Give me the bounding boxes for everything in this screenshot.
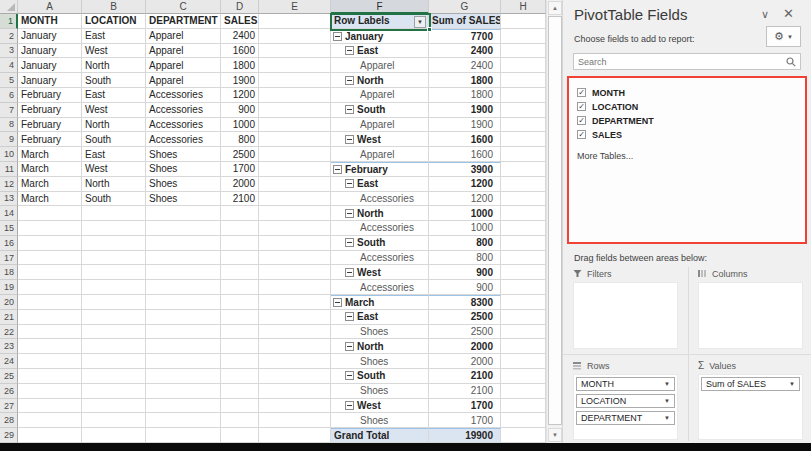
cell-D9[interactable]: 800: [221, 132, 259, 147]
cell-C17[interactable]: [146, 251, 221, 266]
cell-F25[interactable]: South: [331, 369, 429, 384]
columns-dropzone[interactable]: [698, 282, 803, 349]
cell-H15[interactable]: [501, 221, 546, 236]
cell-A25[interactable]: [18, 369, 82, 384]
cell-C24[interactable]: [146, 354, 221, 369]
cell-E4[interactable]: [259, 58, 331, 73]
cell-E5[interactable]: [259, 73, 331, 88]
cell-G26[interactable]: 2100: [429, 384, 501, 399]
search-input[interactable]: [574, 57, 786, 67]
row-header-29[interactable]: 29: [0, 428, 18, 443]
cell-B3[interactable]: West: [82, 44, 146, 59]
cell-G21[interactable]: 2500: [429, 310, 501, 325]
cell-A7[interactable]: February: [18, 103, 82, 118]
cell-D27[interactable]: [221, 399, 259, 414]
cell-H29[interactable]: [501, 428, 546, 443]
cell-D1[interactable]: SALES: [221, 14, 259, 29]
collapse-icon[interactable]: [333, 32, 342, 41]
cell-F6[interactable]: Apparel: [331, 88, 429, 103]
cell-C9[interactable]: Accessories: [146, 132, 221, 147]
scroll-up-icon[interactable]: ▲: [548, 1, 562, 15]
row-header-14[interactable]: 14: [0, 206, 18, 221]
row-header-13[interactable]: 13: [0, 192, 18, 207]
cell-E26[interactable]: [259, 384, 331, 399]
checkbox-checked-icon[interactable]: ✓: [577, 102, 586, 111]
cell-D16[interactable]: [221, 236, 259, 251]
cell-H13[interactable]: [501, 192, 546, 207]
cell-H22[interactable]: [501, 325, 546, 340]
cell-B23[interactable]: [82, 339, 146, 354]
cell-C13[interactable]: Shoes: [146, 192, 221, 207]
column-header-F[interactable]: F: [331, 0, 429, 14]
pill-month[interactable]: MONTH▼: [576, 377, 675, 391]
cell-E22[interactable]: [259, 325, 331, 340]
collapse-icon[interactable]: [333, 298, 342, 307]
cell-B4[interactable]: North: [82, 58, 146, 73]
cell-C26[interactable]: [146, 384, 221, 399]
cell-G4[interactable]: 2400: [429, 58, 501, 73]
cell-C7[interactable]: Accessories: [146, 103, 221, 118]
cell-D7[interactable]: 900: [221, 103, 259, 118]
cell-F24[interactable]: Shoes: [331, 354, 429, 369]
cell-A15[interactable]: [18, 221, 82, 236]
collapse-icon[interactable]: [333, 165, 342, 174]
cell-B6[interactable]: East: [82, 88, 146, 103]
cell-B26[interactable]: [82, 384, 146, 399]
cell-D6[interactable]: 1200: [221, 88, 259, 103]
collapse-icon[interactable]: [345, 105, 354, 114]
cell-C27[interactable]: [146, 399, 221, 414]
column-header-G[interactable]: G: [429, 0, 501, 14]
row-header-23[interactable]: 23: [0, 339, 18, 354]
cell-H1[interactable]: [501, 14, 546, 29]
cell-E29[interactable]: [259, 428, 331, 443]
cell-A6[interactable]: February: [18, 88, 82, 103]
cell-B19[interactable]: [82, 280, 146, 295]
column-header-A[interactable]: A: [18, 0, 82, 14]
cell-H14[interactable]: [501, 206, 546, 221]
row-header-17[interactable]: 17: [0, 251, 18, 266]
cell-D26[interactable]: [221, 384, 259, 399]
cell-C12[interactable]: Shoes: [146, 177, 221, 192]
cell-F7[interactable]: South: [331, 103, 429, 118]
row-header-21[interactable]: 21: [0, 310, 18, 325]
cell-C1[interactable]: DEPARTMENT: [146, 14, 221, 29]
row-header-5[interactable]: 5: [0, 73, 18, 88]
checkbox-checked-icon[interactable]: ✓: [577, 116, 586, 125]
cell-B8[interactable]: North: [82, 118, 146, 133]
cell-B1[interactable]: LOCATION: [82, 14, 146, 29]
cell-B11[interactable]: West: [82, 162, 146, 177]
cell-C22[interactable]: [146, 325, 221, 340]
cell-D17[interactable]: [221, 251, 259, 266]
rows-dropzone[interactable]: MONTH▼LOCATION▼DEPARTMENT▼: [573, 374, 678, 440]
cell-H19[interactable]: [501, 280, 546, 295]
vertical-scrollbar[interactable]: ▲ ▼: [546, 0, 562, 443]
cell-G14[interactable]: 1000: [429, 206, 501, 221]
cell-E27[interactable]: [259, 399, 331, 414]
cell-H5[interactable]: [501, 73, 546, 88]
cell-F20[interactable]: March: [331, 295, 429, 310]
row-header-27[interactable]: 27: [0, 399, 18, 414]
cell-E15[interactable]: [259, 221, 331, 236]
cell-H25[interactable]: [501, 369, 546, 384]
cell-A9[interactable]: February: [18, 132, 82, 147]
cell-A22[interactable]: [18, 325, 82, 340]
cell-C19[interactable]: [146, 280, 221, 295]
close-icon[interactable]: ✕: [783, 6, 794, 21]
cell-A17[interactable]: [18, 251, 82, 266]
cell-H21[interactable]: [501, 310, 546, 325]
row-header-1[interactable]: 1: [0, 14, 18, 29]
cell-F9[interactable]: West: [331, 132, 429, 147]
cell-D13[interactable]: 2100: [221, 192, 259, 207]
field-sales[interactable]: ✓SALES: [577, 128, 805, 141]
column-header-D[interactable]: D: [221, 0, 259, 14]
cell-B29[interactable]: [82, 428, 146, 443]
cell-H9[interactable]: [501, 132, 546, 147]
cell-D24[interactable]: [221, 354, 259, 369]
cell-D4[interactable]: 1800: [221, 58, 259, 73]
cell-B27[interactable]: [82, 399, 146, 414]
cell-B13[interactable]: South: [82, 192, 146, 207]
collapse-icon[interactable]: [345, 312, 354, 321]
row-header-4[interactable]: 4: [0, 58, 18, 73]
scrollbar-thumb[interactable]: [548, 16, 562, 425]
collapse-icon[interactable]: [345, 76, 354, 85]
